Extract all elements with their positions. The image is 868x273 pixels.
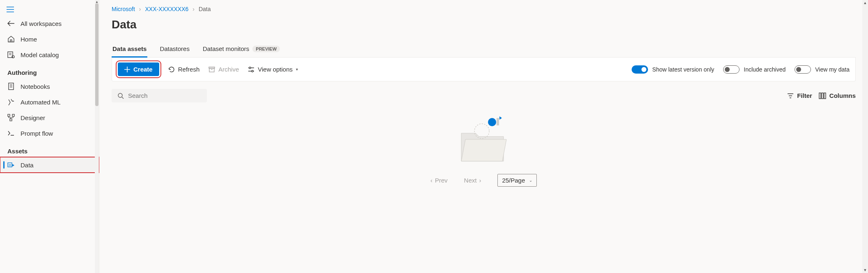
- sidebar-item-notebooks[interactable]: Notebooks: [0, 79, 99, 94]
- designer-icon: [7, 114, 15, 121]
- scroll-up-icon: ▲: [862, 1, 868, 5]
- refresh-icon: [168, 66, 175, 73]
- section-header-authoring: Authoring: [0, 62, 99, 79]
- search-icon: [117, 93, 124, 99]
- nav-label: Data: [21, 162, 34, 169]
- toggle-switch[interactable]: [632, 65, 648, 74]
- svg-rect-17: [497, 118, 499, 125]
- tab-label: Dataset monitors: [203, 45, 249, 52]
- create-button[interactable]: Create: [118, 62, 159, 76]
- tab-label: Data assets: [112, 45, 147, 52]
- catalog-icon: [7, 51, 15, 58]
- button-label: Create: [133, 66, 153, 73]
- nav-label: Home: [21, 36, 37, 43]
- svg-point-16: [488, 118, 496, 126]
- all-workspaces-link[interactable]: All workspaces: [0, 16, 99, 31]
- empty-folder-illustration: [453, 111, 515, 168]
- svg-rect-6: [8, 163, 12, 167]
- nav-label: All workspaces: [21, 20, 62, 27]
- svg-rect-4: [12, 114, 14, 116]
- page-size-select[interactable]: 25/Page ⌄: [497, 174, 537, 187]
- nav-label: Model catalog: [21, 51, 59, 58]
- sidebar-item-home[interactable]: Home: [0, 31, 99, 47]
- next-button[interactable]: Next ›: [464, 177, 481, 184]
- button-label: Next: [464, 177, 477, 184]
- button-label: Filter: [797, 92, 812, 99]
- filter-icon: [787, 93, 794, 99]
- toggle-show-latest[interactable]: Show latest version only: [632, 65, 714, 74]
- notebook-icon: [7, 83, 15, 90]
- svg-rect-12: [819, 93, 821, 99]
- chevron-down-icon: ▾: [296, 67, 298, 72]
- columns-button[interactable]: Columns: [819, 92, 856, 99]
- scroll-down-icon: ▼: [862, 268, 868, 272]
- chevron-down-icon: ⌄: [529, 178, 532, 183]
- tabs: Data assets Datastores Dataset monitors …: [112, 41, 856, 58]
- sidebar-item-designer[interactable]: Designer: [0, 110, 99, 125]
- home-icon: [7, 35, 15, 43]
- sidebar-scroll-thumb[interactable]: [95, 3, 98, 106]
- breadcrumb-link[interactable]: XXX-XXXXXXX6: [145, 6, 188, 12]
- button-label: View options: [258, 66, 293, 73]
- hamburger-menu[interactable]: [0, 3, 99, 16]
- nav-label: Designer: [21, 114, 45, 121]
- breadcrumb-link[interactable]: Microsoft: [112, 6, 135, 12]
- toggle-label: Show latest version only: [652, 66, 714, 73]
- chevron-left-icon: ‹: [431, 177, 433, 184]
- empty-state: [112, 106, 856, 168]
- preview-badge: PREVIEW: [252, 46, 280, 52]
- chevron-right-icon: ›: [139, 6, 141, 12]
- nav-label: Automated ML: [21, 99, 61, 106]
- chevron-right-icon: ›: [479, 177, 481, 184]
- sliders-icon: [248, 66, 254, 73]
- columns-icon: [819, 93, 826, 99]
- refresh-button[interactable]: Refresh: [168, 66, 200, 73]
- sidebar-item-data[interactable]: Data: [0, 157, 99, 173]
- chevron-right-icon: ›: [192, 6, 195, 12]
- tab-data-assets[interactable]: Data assets: [112, 41, 147, 58]
- nav-label: Notebooks: [21, 83, 50, 90]
- toggle-switch[interactable]: [723, 65, 740, 74]
- svg-rect-3: [8, 114, 10, 116]
- page-title: Data: [112, 18, 856, 31]
- tab-dataset-monitors[interactable]: Dataset monitors PREVIEW: [202, 41, 281, 58]
- toggle-include-archived[interactable]: Include archived: [723, 65, 786, 74]
- archive-button: Archive: [208, 66, 239, 73]
- section-header-assets: Assets: [0, 141, 99, 157]
- button-label: Archive: [218, 66, 239, 73]
- back-arrow-icon: [7, 20, 15, 27]
- breadcrumb-current: Data: [199, 6, 211, 12]
- main-content: Microsoft › XXX-XXXXXXX6 › Data Data Dat…: [99, 0, 868, 273]
- tab-datastores[interactable]: Datastores: [159, 41, 190, 58]
- svg-point-1: [12, 56, 14, 58]
- sidebar-item-prompt-flow[interactable]: Prompt flow: [0, 125, 99, 141]
- toggle-view-my-data[interactable]: View my data: [795, 65, 850, 74]
- select-value: 25/Page: [502, 177, 525, 184]
- automl-icon: [7, 98, 15, 106]
- toolbar: Create Refresh Archive: [112, 58, 856, 81]
- filter-button[interactable]: Filter: [787, 92, 812, 99]
- svg-rect-8: [209, 68, 214, 72]
- prev-button[interactable]: ‹ Prev: [431, 177, 448, 184]
- button-label: Columns: [829, 92, 856, 99]
- view-options-button[interactable]: View options ▾: [248, 66, 298, 73]
- nav-label: Prompt flow: [21, 130, 53, 137]
- toggle-label: Include archived: [744, 66, 786, 73]
- search-input[interactable]: [128, 92, 206, 99]
- sidebar: All workspaces Home Model catalog Author…: [0, 0, 99, 273]
- archive-icon: [208, 66, 215, 73]
- svg-point-9: [249, 67, 251, 69]
- sidebar-item-automated-ml[interactable]: Automated ML: [0, 94, 99, 110]
- sidebar-item-model-catalog[interactable]: Model catalog: [0, 47, 99, 62]
- search-box[interactable]: [112, 89, 207, 102]
- svg-rect-13: [822, 93, 823, 99]
- toggle-label: View my data: [815, 66, 850, 73]
- svg-point-11: [118, 93, 122, 97]
- sidebar-scrollbar[interactable]: ▲: [95, 0, 99, 273]
- main-scrollbar[interactable]: ▲ ▼: [862, 0, 868, 273]
- tab-label: Datastores: [160, 45, 190, 52]
- prompt-flow-icon: [7, 130, 15, 137]
- toggle-switch[interactable]: [795, 65, 811, 74]
- breadcrumb: Microsoft › XXX-XXXXXXX6 › Data: [112, 6, 856, 12]
- svg-rect-5: [10, 119, 12, 121]
